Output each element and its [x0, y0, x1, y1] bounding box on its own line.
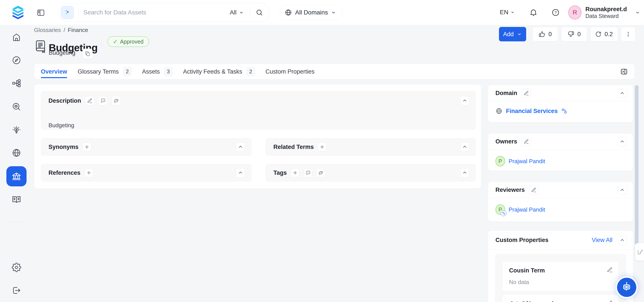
version-button[interactable]: 0.2 [590, 27, 618, 41]
collapse-right-panel-icon[interactable] [620, 68, 628, 76]
nav-insights[interactable] [6, 120, 26, 140]
edit-domain-button[interactable] [522, 89, 531, 98]
right-scrollbar[interactable] [635, 85, 638, 245]
breadcrumb-finance[interactable]: Finance [68, 27, 88, 33]
robot-icon [621, 282, 632, 293]
lineage-flow-icon [12, 78, 21, 88]
add-synonym-button[interactable] [82, 143, 91, 151]
notifications-bell-icon[interactable] [529, 8, 538, 17]
owner-link[interactable]: Prajwal Pandit [508, 158, 545, 165]
view-all-link[interactable]: View All [592, 237, 612, 244]
top-bar: All All Domains EN [0, 0, 644, 25]
tags-panel: Tags ? [266, 164, 476, 181]
collapse-description-button[interactable] [460, 96, 469, 105]
tab-label: Glossary Terms [78, 68, 119, 75]
search-input[interactable] [83, 9, 230, 16]
edit-pencil-icon [607, 300, 613, 302]
add-button[interactable]: Add [499, 27, 526, 41]
custom-property-name: dateOfApproval [509, 301, 612, 302]
description-comments-button[interactable] [112, 96, 121, 105]
app-root: All All Domains EN [0, 0, 644, 302]
all-domains-dropdown[interactable]: All Domains [278, 5, 342, 20]
edit-property-button[interactable] [607, 300, 613, 302]
domain-hierarchy-icon[interactable] [561, 108, 567, 114]
collapse-reviewers-button[interactable] [618, 185, 627, 195]
tab-glossary-terms[interactable]: Glossary Terms 2 [78, 64, 132, 79]
search-divider [250, 8, 250, 17]
comment-question-icon: ? [305, 170, 311, 176]
edit-owners-button[interactable] [522, 137, 531, 146]
domain-card: Domain Financial Services [488, 85, 633, 122]
language-switcher[interactable]: EN [500, 9, 515, 16]
reviewer-link[interactable]: Prajwal Pandit [508, 206, 545, 213]
collapse-references-button[interactable] [236, 168, 245, 177]
tags-comments-button[interactable] [316, 168, 325, 177]
nav-settings[interactable] [6, 257, 26, 278]
domain-link[interactable]: Financial Services [506, 108, 558, 115]
tab-count-badge: 2 [247, 67, 255, 76]
chevron-up-icon [238, 170, 243, 175]
downvote-button[interactable]: 0 [561, 27, 587, 41]
app-logo-icon[interactable] [10, 4, 26, 20]
user-avatar-initial: R [573, 9, 577, 16]
nav-glossary[interactable] [6, 189, 26, 209]
home-icon [12, 32, 21, 42]
downvote-count: 0 [577, 31, 580, 38]
search-scope-label: All [230, 9, 236, 16]
search-scope-dropdown[interactable]: All [230, 9, 244, 16]
description-label: Description [48, 97, 81, 104]
edit-pencil-icon [87, 98, 92, 104]
add-related-term-button[interactable] [318, 143, 326, 151]
svg-text:?: ? [102, 99, 104, 102]
flow-handle-icon [637, 247, 644, 257]
tab-overview[interactable]: Overview [41, 64, 67, 79]
upvote-button[interactable]: 0 [532, 27, 558, 41]
nav-logout[interactable] [6, 280, 26, 301]
glossary-term-book-icon [34, 39, 47, 55]
collapse-tags-button[interactable] [460, 168, 469, 177]
search-icon[interactable] [256, 9, 263, 16]
svg-text:?: ? [554, 10, 557, 15]
collapse-related-terms-button[interactable] [460, 142, 469, 151]
collapse-owners-button[interactable] [618, 137, 627, 146]
request-description-button[interactable]: ? [98, 96, 108, 105]
nav-home[interactable] [6, 27, 26, 47]
kebab-menu-icon [625, 31, 631, 37]
nav-observability[interactable] [6, 97, 26, 117]
tab-label: Custom Properties [266, 68, 315, 75]
custom-properties-label: Custom Properties [496, 237, 548, 244]
tab-activity-feeds[interactable]: Activity Feeds & Tasks 2 [183, 64, 255, 79]
add-reference-button[interactable] [84, 168, 93, 177]
tab-count-badge: 3 [164, 67, 172, 76]
collapse-domain-button[interactable] [618, 89, 627, 98]
nav-governance[interactable] [6, 166, 26, 186]
sidebar-toggle-icon[interactable] [36, 8, 45, 17]
nav-domains[interactable] [6, 143, 26, 163]
more-menu-button[interactable] [621, 27, 636, 41]
term-display-name: Budgeting [49, 49, 76, 56]
references-panel: References [41, 164, 252, 181]
tab-custom-properties[interactable]: Custom Properties [266, 64, 315, 79]
add-button-label: Add [503, 31, 514, 38]
add-tag-button[interactable] [291, 168, 300, 177]
tab-label: Activity Feeds & Tasks [183, 68, 242, 75]
user-menu[interactable]: R Rounakpreet.d Data Steward [568, 5, 640, 19]
tab-assets[interactable]: Assets 3 [142, 64, 172, 79]
request-tags-button[interactable]: ? [304, 168, 312, 177]
comments-icon [113, 98, 119, 104]
collapse-custom-properties-button[interactable] [618, 236, 627, 245]
help-icon[interactable]: ? [552, 8, 560, 17]
side-widget-handle[interactable] [635, 243, 644, 261]
breadcrumb-glossaries[interactable]: Glossaries [34, 27, 61, 33]
copy-button[interactable] [82, 49, 92, 59]
edit-reviewers-button[interactable] [529, 185, 538, 195]
chat-assistant-button[interactable] [617, 278, 636, 297]
upvote-count: 0 [548, 31, 552, 38]
nav-explore[interactable] [6, 50, 26, 70]
nav-lineage[interactable] [6, 73, 26, 93]
globe-icon [496, 108, 502, 115]
ai-sparkle-icon[interactable] [61, 6, 74, 19]
edit-property-button[interactable] [607, 267, 613, 273]
collapse-synonyms-button[interactable] [236, 142, 245, 151]
edit-description-button[interactable] [85, 96, 94, 105]
